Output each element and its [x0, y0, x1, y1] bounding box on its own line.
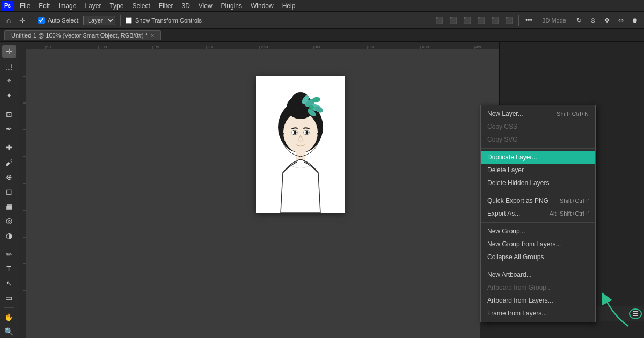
- tool-hand[interactable]: ✋: [2, 310, 16, 323]
- context-menu-new-group[interactable]: New Group...: [481, 225, 595, 238]
- tool-eraser[interactable]: ◻: [2, 185, 16, 198]
- 3d-mode-label: 3D Mode:: [542, 17, 568, 24]
- tool-shape[interactable]: ▭: [2, 291, 16, 304]
- svg-point-41: [309, 105, 314, 110]
- tool-pen[interactable]: ✏: [2, 248, 16, 261]
- toolbar-separator-3: [518, 15, 519, 26]
- align-right-icon[interactable]: ⬛: [461, 14, 473, 26]
- menu-type[interactable]: Type: [106, 1, 127, 11]
- context-menu-section-1: New Layer... Shift+Ctrl+N Copy CSS Copy …: [481, 105, 595, 149]
- context-menu-section-4: New Group... New Group from Layers... Co…: [481, 223, 595, 266]
- tool-sep-1: [4, 105, 14, 105]
- context-menu-export-as[interactable]: Export As... Alt+Shift+Ctrl+': [481, 207, 595, 220]
- canvas-wrapper: [26, 49, 499, 338]
- align-center-h-icon[interactable]: ⬛: [447, 14, 459, 26]
- tool-crop[interactable]: ⊡: [2, 108, 16, 121]
- context-menu: New Layer... Shift+Ctrl+N Copy CSS Copy …: [480, 105, 596, 322]
- menu-file[interactable]: File: [16, 1, 34, 11]
- svg-text:250: 250: [261, 45, 268, 49]
- tool-healing[interactable]: ✚: [2, 141, 16, 154]
- menu-plugins[interactable]: Plugins: [217, 1, 246, 11]
- tool-sep-3: [4, 245, 14, 245]
- 3d-rotate-icon[interactable]: ↻: [573, 14, 585, 26]
- toolbar: ⌂ ✛ Auto-Select: Layer Group Show Transf…: [0, 12, 644, 29]
- tool-sep-4: [4, 307, 14, 308]
- tool-clone[interactable]: ⊕: [2, 171, 16, 183]
- layer-select[interactable]: Layer Group: [83, 16, 115, 25]
- svg-text:200: 200: [207, 45, 215, 49]
- context-menu-artboard-from-layers[interactable]: Artboard from Layers...: [481, 294, 595, 307]
- context-menu-duplicate-layer[interactable]: Duplicate Layer...: [481, 151, 595, 164]
- svg-text:150: 150: [153, 45, 161, 49]
- tab-bar: Untitled-1 @ 100% (Vector Smart Object, …: [0, 29, 644, 42]
- tool-move[interactable]: ✛: [2, 45, 16, 58]
- auto-select-checkbox[interactable]: [38, 17, 45, 24]
- toolbar-separator-1: [33, 15, 33, 26]
- 3d-record-icon[interactable]: ⏺: [629, 14, 641, 26]
- svg-text:50: 50: [46, 45, 51, 49]
- tool-magic-wand[interactable]: ✦: [2, 89, 16, 102]
- context-menu-quick-export[interactable]: Quick Export as PNG Shift+Ctrl+': [481, 194, 595, 207]
- svg-point-45: [305, 131, 308, 134]
- tool-brush[interactable]: 🖌: [2, 156, 16, 168]
- show-transform-checkbox[interactable]: [126, 17, 132, 24]
- align-bottom-icon[interactable]: ⬛: [503, 14, 515, 26]
- auto-select-label: Auto-Select:: [48, 17, 80, 24]
- context-menu-delete-hidden-layers[interactable]: Delete Hidden Layers: [481, 177, 595, 189]
- tool-zoom[interactable]: 🔍: [2, 325, 16, 338]
- context-menu-new-artboard[interactable]: New Artboard...: [481, 268, 595, 281]
- toolbox: ✛ ⬚ ⌖ ✦ ⊡ ✒ ✚ 🖌 ⊕ ◻ ▦ ◎ ◑ ✏ T ↖ ▭ ✋ 🔍: [0, 42, 18, 338]
- context-menu-new-layer[interactable]: New Layer... Shift+Ctrl+N: [481, 107, 595, 120]
- tool-text[interactable]: T: [2, 262, 16, 275]
- menu-filter[interactable]: Filter: [155, 1, 177, 11]
- layers-panel-menu-button[interactable]: ☰: [629, 308, 642, 319]
- layers-panel-menu-icon: ☰: [633, 310, 639, 318]
- svg-text:100: 100: [100, 45, 107, 49]
- tool-sep-2: [4, 138, 14, 138]
- context-menu-section-3: Quick Export as PNG Shift+Ctrl+' Export …: [481, 192, 595, 223]
- home-icon[interactable]: ⌂: [3, 15, 14, 26]
- context-menu-section-2: Duplicate Layer... Delete Layer Delete H…: [481, 149, 595, 192]
- menu-select[interactable]: Select: [128, 1, 153, 11]
- document-tab[interactable]: Untitled-1 @ 100% (Vector Smart Object, …: [4, 30, 161, 40]
- context-menu-copy-css: Copy CSS: [481, 120, 595, 133]
- context-menu-delete-layer[interactable]: Delete Layer: [481, 164, 595, 177]
- menu-layer[interactable]: Layer: [81, 1, 105, 11]
- tool-eyedropper[interactable]: ✒: [2, 122, 16, 135]
- menu-edit[interactable]: Edit: [35, 1, 54, 11]
- menu-image[interactable]: Image: [55, 1, 80, 11]
- canvas-area: 50 100 150 200 250 300 350 400 4: [18, 42, 499, 338]
- canvas-document: [256, 76, 345, 213]
- menu-3d[interactable]: 3D: [178, 1, 193, 11]
- toolbar-separator-2: [120, 15, 121, 26]
- align-center-v-icon[interactable]: ⬛: [489, 14, 501, 26]
- menu-help[interactable]: Help: [279, 1, 299, 11]
- menu-bar: Ps File Edit Image Layer Type Select Fil…: [0, 0, 644, 12]
- 3d-slide-icon[interactable]: ⇔: [615, 14, 627, 26]
- menu-window[interactable]: Window: [247, 1, 277, 11]
- app-icon: Ps: [2, 1, 13, 11]
- svg-point-43: [294, 131, 296, 134]
- tool-marquee[interactable]: ⬚: [2, 60, 16, 72]
- tool-gradient[interactable]: ▦: [2, 200, 16, 212]
- svg-text:300: 300: [314, 45, 322, 49]
- align-left-icon[interactable]: ⬛: [433, 14, 445, 26]
- tool-dodge[interactable]: ◑: [2, 229, 16, 242]
- move-tool-icon[interactable]: ✛: [17, 15, 28, 26]
- svg-text:400: 400: [422, 45, 429, 49]
- tool-path-selection[interactable]: ↖: [2, 277, 16, 290]
- context-menu-collapse-all-groups[interactable]: Collapse All Groups: [481, 251, 595, 263]
- 3d-pan-icon[interactable]: ✥: [601, 14, 613, 26]
- context-menu-new-group-from-layers[interactable]: New Group from Layers...: [481, 238, 595, 251]
- 3d-orbit-icon[interactable]: ⊙: [587, 14, 599, 26]
- tool-blur[interactable]: ◎: [2, 214, 16, 227]
- tool-lasso[interactable]: ⌖: [2, 74, 16, 87]
- align-top-icon[interactable]: ⬛: [475, 14, 487, 26]
- more-options-icon[interactable]: •••: [523, 14, 535, 26]
- context-menu-copy-svg: Copy SVG: [481, 133, 595, 146]
- document-tab-close[interactable]: ×: [151, 32, 154, 39]
- toolbar-alignment-icons: ⬛ ⬛ ⬛ ⬛ ⬛ ⬛ •••: [433, 14, 535, 26]
- document-tab-title: Untitled-1 @ 100% (Vector Smart Object, …: [11, 32, 148, 39]
- context-menu-frame-from-layers[interactable]: Frame from Layers...: [481, 307, 595, 320]
- menu-view[interactable]: View: [195, 1, 216, 11]
